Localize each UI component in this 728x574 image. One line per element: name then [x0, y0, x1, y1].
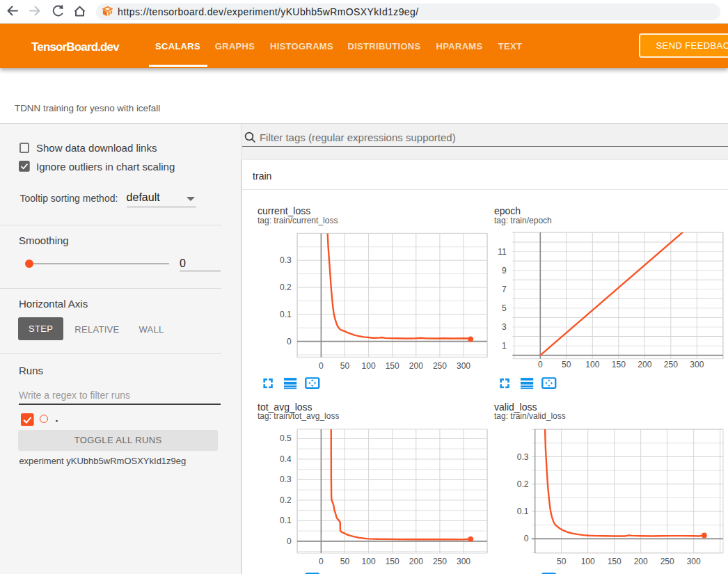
- svg-text:50: 50: [340, 361, 350, 371]
- svg-text:0.2: 0.2: [280, 282, 292, 292]
- svg-text:3: 3: [502, 322, 507, 332]
- svg-text:7: 7: [502, 285, 507, 294]
- svg-text:5: 5: [502, 303, 507, 313]
- svg-text:0: 0: [319, 557, 324, 566]
- svg-text:0: 0: [287, 536, 292, 546]
- svg-text:150: 150: [612, 360, 626, 369]
- svg-text:0: 0: [319, 361, 324, 371]
- svg-text:0.1: 0.1: [280, 516, 292, 525]
- svg-text:50: 50: [340, 557, 350, 566]
- svg-text:250: 250: [433, 361, 447, 371]
- svg-text:1: 1: [502, 341, 507, 351]
- svg-text:0.2: 0.2: [280, 495, 292, 505]
- svg-text:150: 150: [608, 557, 622, 566]
- svg-text:100: 100: [581, 557, 595, 566]
- svg-text:100: 100: [362, 361, 376, 371]
- svg-text:200: 200: [409, 557, 423, 566]
- svg-text:50: 50: [562, 360, 571, 369]
- svg-text:0.1: 0.1: [517, 507, 529, 516]
- svg-text:0.5: 0.5: [280, 433, 292, 443]
- svg-text:300: 300: [457, 361, 470, 371]
- svg-text:150: 150: [386, 361, 399, 371]
- svg-text:0: 0: [538, 360, 543, 369]
- svg-text:200: 200: [634, 557, 648, 566]
- svg-text:250: 250: [660, 557, 674, 566]
- svg-text:11: 11: [498, 247, 507, 257]
- svg-text:50: 50: [557, 557, 567, 566]
- svg-text:300: 300: [687, 557, 701, 566]
- svg-text:0.3: 0.3: [280, 255, 292, 265]
- svg-text:250: 250: [664, 360, 678, 369]
- svg-text:9: 9: [502, 266, 507, 276]
- svg-text:0.3: 0.3: [280, 475, 292, 484]
- svg-text:100: 100: [362, 557, 376, 566]
- svg-text:0.2: 0.2: [517, 479, 529, 489]
- svg-text:300: 300: [457, 557, 470, 566]
- svg-text:200: 200: [638, 360, 651, 369]
- svg-text:100: 100: [585, 360, 599, 369]
- svg-text:250: 250: [433, 557, 447, 566]
- svg-text:0.3: 0.3: [517, 452, 529, 462]
- svg-text:0: 0: [524, 534, 529, 543]
- svg-text:300: 300: [690, 360, 704, 369]
- svg-text:0.4: 0.4: [280, 454, 292, 464]
- svg-text:0: 0: [287, 337, 292, 346]
- svg-text:150: 150: [386, 557, 399, 566]
- svg-text:0.1: 0.1: [280, 310, 292, 319]
- svg-text:200: 200: [409, 361, 423, 371]
